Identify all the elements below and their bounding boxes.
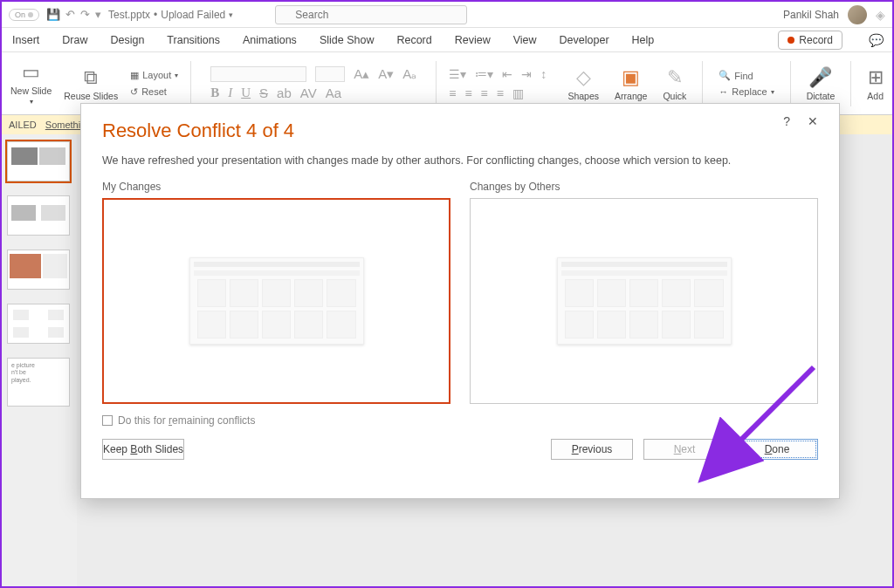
quick-icon: ✎ xyxy=(667,66,683,89)
tab-animations[interactable]: Animations xyxy=(241,34,299,46)
next-button: Next xyxy=(643,439,726,460)
redo-icon[interactable]: ↷ xyxy=(80,8,90,21)
align-left-icon[interactable]: ≡ xyxy=(449,86,456,100)
new-slide-button[interactable]: ▭ New Slide ▾ xyxy=(10,61,52,106)
tab-developer[interactable]: Developer xyxy=(558,34,611,46)
comment-icon[interactable]: 💬 xyxy=(869,33,884,47)
divider xyxy=(190,61,191,106)
title-bar: On 💾 ↶ ↷ ▾ Test.pptx • Upload Failed ▾ P… xyxy=(2,2,892,28)
save-icon[interactable]: 💾 xyxy=(46,8,60,21)
slide-thumbnail-2[interactable] xyxy=(7,195,70,236)
slide-thumbnail-1[interactable] xyxy=(7,141,70,181)
document-title[interactable]: Test.pptx • Upload Failed ▾ xyxy=(108,9,233,21)
reset-button[interactable]: ↺Reset xyxy=(130,86,178,98)
qat-overflow-icon[interactable]: ▾ xyxy=(95,8,101,21)
layout-group: ▦Layout▾ ↺Reset xyxy=(130,70,178,98)
shapes-button[interactable]: ◇Shapes xyxy=(567,66,599,101)
reuse-icon: ⧉ xyxy=(84,66,98,89)
slide-thumbnail-4[interactable] xyxy=(7,304,70,344)
bullets-icon[interactable]: ☰▾ xyxy=(449,67,466,81)
paragraph-group: ☰▾ ≔▾ ⇤ ⇥ ↕ ≡ ≡ ≡ ≡ ▥ xyxy=(449,67,547,100)
font-size-dropdown[interactable] xyxy=(315,66,345,82)
chevron-down-icon: ▾ xyxy=(229,10,233,19)
dictate-button[interactable]: 🎤Dictate xyxy=(807,66,836,101)
clear-format-icon[interactable]: Aₐ xyxy=(402,66,416,82)
tab-view[interactable]: View xyxy=(512,34,539,46)
justify-icon[interactable]: ≡ xyxy=(497,86,504,100)
search-input[interactable] xyxy=(275,5,467,24)
tab-transitions[interactable]: Transitions xyxy=(165,34,222,46)
increase-font-icon[interactable]: A▴ xyxy=(354,66,369,82)
slide-icon: ▭ xyxy=(22,61,40,84)
mic-icon: 🎤 xyxy=(808,66,832,89)
font-name-dropdown[interactable] xyxy=(210,66,306,82)
decrease-font-icon[interactable]: A▾ xyxy=(378,66,394,82)
others-changes-slide xyxy=(557,257,732,345)
conflict-previews: My Changes Changes by Others xyxy=(102,181,818,404)
shadow-icon[interactable]: ab xyxy=(277,85,292,100)
slide-thumbnail-3[interactable] xyxy=(7,250,70,290)
others-changes-label: Changes by Others xyxy=(470,181,818,193)
bold-icon[interactable]: B xyxy=(210,85,219,100)
layout-button[interactable]: ▦Layout▾ xyxy=(130,70,178,81)
dialog-title: Resolve Conflict 4 of 4 xyxy=(102,120,294,142)
reuse-slides-button[interactable]: ⧉ Reuse Slides xyxy=(64,66,118,101)
user-avatar[interactable] xyxy=(848,5,867,24)
tab-insert[interactable]: Insert xyxy=(10,34,41,46)
msg-failed: AILED xyxy=(9,120,37,130)
underline-icon[interactable]: U xyxy=(241,85,251,100)
indent-dec-icon[interactable]: ⇤ xyxy=(502,67,512,81)
tab-draw[interactable]: Draw xyxy=(60,34,89,46)
slide-thumbnails[interactable]: e picture n't be played. xyxy=(2,134,77,586)
undo-icon[interactable]: ↶ xyxy=(65,8,75,21)
diamond-icon[interactable]: ◈ xyxy=(876,8,885,22)
arrange-button[interactable]: ▣Arrange xyxy=(615,66,647,101)
line-spacing-icon[interactable]: ↕ xyxy=(540,67,547,81)
case-icon[interactable]: Aa xyxy=(326,85,341,100)
my-changes-slide xyxy=(189,257,364,345)
resolve-conflict-dialog: Resolve Conflict 4 of 4 ? ✕ We have refr… xyxy=(80,103,840,499)
replace-button[interactable]: ↔Replace▾ xyxy=(719,86,774,97)
divider xyxy=(790,61,791,106)
tab-help[interactable]: Help xyxy=(630,34,657,46)
done-button[interactable]: Done xyxy=(736,439,818,460)
numbered-icon[interactable]: ≔▾ xyxy=(475,67,493,81)
layout-icon: ▦ xyxy=(130,70,139,81)
close-icon[interactable]: ✕ xyxy=(808,114,818,128)
align-right-icon[interactable]: ≡ xyxy=(481,86,488,100)
thumb-text: e picture n't be played. xyxy=(8,359,69,387)
char-spacing-icon[interactable]: AV xyxy=(300,85,317,100)
slide-thumbnail-5[interactable]: e picture n't be played. xyxy=(7,358,70,407)
menu-tabs: Insert Draw Design Transitions Animation… xyxy=(2,28,892,52)
title-bar-left: On 💾 ↶ ↷ ▾ Test.pptx • Upload Failed ▾ xyxy=(9,8,233,21)
tab-design[interactable]: Design xyxy=(108,34,146,46)
dialog-buttons: Keep Both Slides Previous Next Done xyxy=(102,439,818,460)
search-box[interactable] xyxy=(275,5,467,24)
doc-name: Test.pptx xyxy=(108,9,150,21)
doc-status: Upload Failed xyxy=(161,9,225,21)
do-remaining-checkbox[interactable]: Do this for remaining conflicts xyxy=(102,414,818,427)
previous-button[interactable]: Previous xyxy=(551,439,633,460)
quick-styles-button[interactable]: ✎Quick xyxy=(663,66,686,101)
autosave-toggle[interactable]: On xyxy=(9,9,39,21)
italic-icon[interactable]: I xyxy=(228,85,232,100)
align-center-icon[interactable]: ≡ xyxy=(464,86,471,100)
help-icon[interactable]: ? xyxy=(783,114,790,128)
tab-slideshow[interactable]: Slide Show xyxy=(318,34,376,46)
find-button[interactable]: 🔍Find xyxy=(719,70,774,81)
addins-button[interactable]: ⊞Add xyxy=(867,66,884,101)
my-changes-label: My Changes xyxy=(102,181,450,193)
find-icon: 🔍 xyxy=(719,70,731,81)
indent-inc-icon[interactable]: ⇥ xyxy=(521,67,532,81)
record-button[interactable]: Record xyxy=(778,31,842,50)
my-changes-preview[interactable] xyxy=(102,198,450,404)
keep-both-button[interactable]: Keep Both Slides xyxy=(102,439,184,460)
ribbon-right: ◇Shapes ▣Arrange ✎Quick 🔍Find ↔Replace▾ … xyxy=(567,61,884,106)
font-group: A▴ A▾ Aₐ B I U S ab AV Aa xyxy=(203,66,423,100)
shapes-icon: ◇ xyxy=(576,66,591,89)
others-changes-preview[interactable] xyxy=(470,198,818,404)
tab-review[interactable]: Review xyxy=(453,34,492,46)
tab-record[interactable]: Record xyxy=(395,34,433,46)
columns-icon[interactable]: ▥ xyxy=(512,86,524,100)
strike-icon[interactable]: S xyxy=(259,85,268,100)
